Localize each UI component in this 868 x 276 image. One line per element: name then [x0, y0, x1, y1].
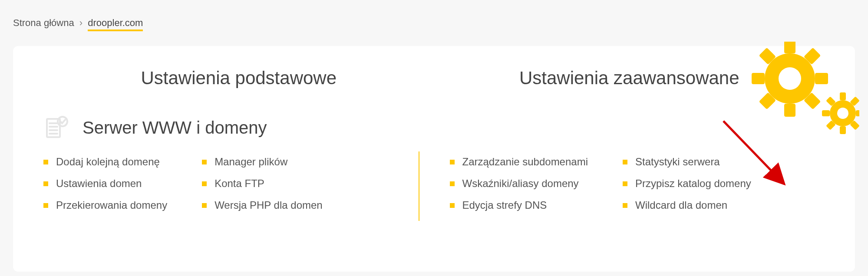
svg-rect-8 — [759, 48, 776, 65]
svg-rect-18 — [826, 96, 836, 106]
link-label: Przekierowania domeny — [56, 199, 167, 211]
advanced-links: Zarządzanie subdomenami Wskaźniki/aliasy… — [419, 156, 825, 221]
link-label: Wskaźniki/aliasy domeny — [462, 177, 579, 190]
svg-rect-2 — [804, 48, 821, 65]
settings-panel: Ustawienia podstawowe Ustawienia zaawans… — [13, 46, 855, 272]
link-label: Zarządzanie subdomenami — [462, 156, 588, 168]
svg-rect-15 — [840, 126, 846, 134]
svg-rect-12 — [850, 96, 859, 106]
link-label: Wersja PHP dla domen — [215, 199, 323, 211]
link-label: Ustawienia domen — [56, 177, 142, 190]
link-add-domain[interactable]: Dodaj kolejną domenę — [43, 156, 167, 168]
header-advanced: Ustawienia zaawansowane — [434, 68, 825, 89]
server-icon — [43, 115, 69, 141]
bullet-icon — [623, 160, 627, 164]
svg-rect-13 — [856, 110, 859, 116]
link-ftp-accounts[interactable]: Konta FTP — [202, 177, 323, 190]
bullet-icon — [202, 160, 207, 164]
bullet-icon — [43, 181, 48, 186]
svg-rect-16 — [826, 120, 836, 130]
breadcrumb: Strona główna › droopler.com — [13, 17, 855, 29]
link-label: Dodaj kolejną domenę — [56, 156, 160, 168]
headers-row: Ustawienia podstawowe Ustawienia zaawans… — [43, 68, 825, 89]
link-dns-zone-edit[interactable]: Edycja strefy DNS — [450, 199, 588, 211]
svg-rect-1 — [784, 42, 795, 53]
basic-links: Dodaj kolejną domenę Ustawienia domen Pr… — [43, 156, 419, 221]
link-label: Edycja strefy DNS — [462, 199, 547, 211]
link-assign-domain-directory[interactable]: Przypisz katalog domeny — [623, 177, 751, 190]
bullet-icon — [623, 181, 627, 186]
breadcrumb-current: droopler.com — [88, 17, 143, 31]
link-php-version[interactable]: Wersja PHP dla domen — [202, 199, 323, 211]
bullet-icon — [450, 203, 455, 208]
bullet-icon — [450, 181, 455, 186]
bullet-icon — [450, 160, 455, 164]
bullet-icon — [43, 203, 48, 208]
links-columns: Dodaj kolejną domenę Ustawienia domen Pr… — [43, 156, 825, 221]
svg-rect-11 — [840, 92, 846, 100]
link-domain-settings[interactable]: Ustawienia domen — [43, 177, 167, 190]
link-label: Wildcard dla domen — [635, 199, 727, 211]
link-domain-aliases[interactable]: Wskaźniki/aliasy domeny — [450, 177, 588, 190]
section-title-row: Serwer WWW i domeny — [43, 115, 825, 141]
section-title: Serwer WWW i domeny — [83, 118, 267, 138]
basic-col-2: Manager plików Konta FTP Wersja PHP dla … — [202, 156, 323, 221]
svg-point-10 — [830, 100, 856, 126]
link-label: Statystyki serwera — [635, 156, 720, 168]
header-basic-col: Ustawienia podstawowe — [43, 68, 434, 89]
link-wildcard-domains[interactable]: Wildcard dla domen — [623, 199, 751, 211]
link-domain-redirects[interactable]: Przekierowania domeny — [43, 199, 167, 211]
header-advanced-col: Ustawienia zaawansowane — [434, 68, 825, 89]
advanced-col-2: Statystyki serwera Przypisz katalog dome… — [623, 156, 751, 221]
svg-rect-4 — [804, 92, 821, 110]
breadcrumb-home[interactable]: Strona główna — [13, 17, 74, 28]
svg-rect-6 — [759, 92, 776, 110]
bullet-icon — [623, 203, 627, 208]
bullet-icon — [202, 181, 207, 186]
breadcrumb-separator: › — [79, 17, 83, 28]
svg-point-19 — [837, 108, 848, 119]
page: Strona główna › droopler.com — [0, 0, 868, 272]
link-label: Manager plików — [215, 156, 287, 168]
link-subdomain-management[interactable]: Zarządzanie subdomenami — [450, 156, 588, 168]
link-label: Przypisz katalog domeny — [635, 177, 751, 190]
header-basic: Ustawienia podstawowe — [43, 68, 434, 89]
link-label: Konta FTP — [215, 177, 264, 190]
bullet-icon — [202, 203, 207, 208]
advanced-col-1: Zarządzanie subdomenami Wskaźniki/aliasy… — [450, 156, 588, 221]
svg-rect-14 — [850, 120, 859, 130]
link-server-stats[interactable]: Statystyki serwera — [623, 156, 751, 168]
basic-col-1: Dodaj kolejną domenę Ustawienia domen Pr… — [43, 156, 167, 221]
link-file-manager[interactable]: Manager plików — [202, 156, 323, 168]
bullet-icon — [43, 160, 48, 164]
